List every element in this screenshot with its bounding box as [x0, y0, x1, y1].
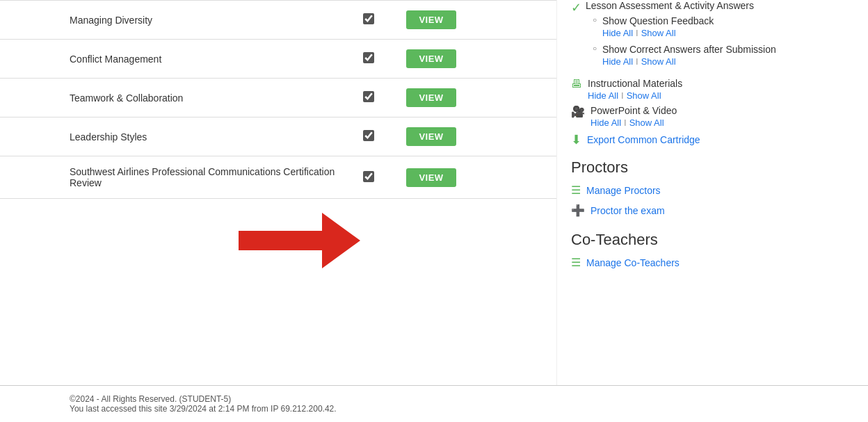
table-row: Leadership StylesVIEW [0, 117, 556, 156]
lesson-checkbox-cell [348, 1, 389, 40]
lesson-checkbox-input[interactable] [363, 91, 374, 102]
lesson-checkbox-cell [348, 79, 389, 117]
arrow-head [322, 213, 360, 268]
table-row: Conflict ManagementVIEW [0, 40, 556, 79]
proctor-exam-link[interactable]: Proctor the exam [590, 205, 665, 216]
lesson-checkbox-cell [348, 117, 389, 156]
footer: ©2024 - All Rights Reserved. (STUDENT-5)… [0, 385, 868, 422]
lesson-assessment-sublist: Show Question Feedback Hide All I Show A… [586, 15, 854, 67]
lesson-checkbox-input[interactable] [363, 171, 374, 182]
lesson-action-cell: VIEW [389, 156, 473, 199]
show-correct-answers-label: Show Correct Answers after Submission [602, 44, 854, 55]
hide-all-answers-link[interactable]: Hide All [602, 56, 633, 67]
sidebar: ✓ Lesson Assessment & Activity Answers S… [556, 0, 868, 422]
lesson-name: Leadership Styles [0, 117, 348, 156]
view-button[interactable]: VIEW [406, 10, 456, 29]
show-question-feedback-label: Show Question Feedback [602, 15, 854, 26]
show-correct-answers-item: Show Correct Answers after Submission Hi… [593, 44, 854, 67]
lesson-assessment-section: ✓ Lesson Assessment & Activity Answers S… [571, 0, 854, 72]
lesson-name: Conflict Management [0, 40, 348, 79]
lesson-checkbox-input[interactable] [363, 13, 374, 24]
sep1: I [636, 28, 638, 38]
hide-all-video-link[interactable]: Hide All [590, 117, 621, 128]
show-all-feedback-link[interactable]: Show All [641, 28, 676, 38]
spacer-cell [473, 117, 556, 156]
arrow-area [0, 199, 556, 282]
coteachers-heading: Co-Teachers [571, 231, 854, 249]
spacer-cell [473, 79, 556, 117]
arrow-body [239, 231, 322, 250]
sep4: I [624, 117, 627, 128]
lesson-action-cell: VIEW [389, 40, 473, 79]
instructional-materials-section: 🖶 Instructional Materials Hide All I Sho… [571, 78, 854, 101]
powerpoint-video-section: 🎥 PowerPoint & Video Hide All I Show All [571, 105, 854, 128]
manage-coteachers-item: ☰ Manage Co-Teachers [571, 256, 854, 269]
proctors-section: Proctors ☰ Manage Proctors ➕ Proctor the… [571, 159, 854, 217]
list-icon-proctors: ☰ [571, 184, 581, 197]
lesson-checkbox-cell [348, 156, 389, 199]
sep3: I [621, 90, 624, 101]
manage-coteachers-link[interactable]: Manage Co-Teachers [586, 257, 680, 268]
sep2: I [636, 56, 638, 67]
lesson-table: Managing DiversityVIEWConflict Managemen… [0, 0, 556, 199]
table-row: Managing DiversityVIEW [0, 1, 556, 40]
lesson-checkbox-cell [348, 40, 389, 79]
proctors-heading: Proctors [571, 159, 854, 177]
view-button[interactable]: VIEW [406, 127, 456, 146]
lesson-name: Teamwork & Collaboration [0, 79, 348, 117]
lesson-checkbox-input[interactable] [363, 130, 374, 141]
show-all-answers-link[interactable]: Show All [641, 56, 676, 67]
spacer-cell [473, 1, 556, 40]
powerpoint-video-label: PowerPoint & Video [590, 105, 854, 116]
lesson-checkbox-input[interactable] [363, 52, 374, 63]
spacer-cell [473, 156, 556, 199]
export-link[interactable]: Export Common Cartridge [587, 134, 700, 145]
proctor-exam-item: ➕ Proctor the exam [571, 204, 854, 217]
lesson-assessment-label: Lesson Assessment & Activity Answers [586, 0, 854, 11]
lesson-action-cell: VIEW [389, 79, 473, 117]
view-button[interactable]: VIEW [406, 88, 456, 107]
table-row: Southwest Airlines Professional Communic… [0, 156, 556, 199]
lesson-action-cell: VIEW [389, 117, 473, 156]
red-arrow [239, 213, 360, 268]
export-section: ⬇ Export Common Cartridge [571, 132, 854, 147]
check-icon: ✓ [571, 0, 581, 15]
copyright-text: ©2024 - All Rights Reserved. (STUDENT-5) [70, 394, 798, 404]
spacer-cell [473, 40, 556, 79]
list-icon-coteachers: ☰ [571, 256, 581, 269]
download-icon: ⬇ [571, 132, 581, 147]
manage-proctors-link[interactable]: Manage Proctors [586, 185, 661, 196]
view-button[interactable]: VIEW [406, 49, 456, 68]
lesson-action-cell: VIEW [389, 1, 473, 40]
show-all-materials-link[interactable]: Show All [627, 90, 661, 101]
last-accessed-text: You last accessed this site 3/29/2024 at… [70, 404, 798, 414]
print-icon: 🖶 [571, 78, 582, 90]
view-button[interactable]: VIEW [406, 168, 456, 187]
instructional-materials-label: Instructional Materials [588, 78, 854, 89]
hide-all-materials-link[interactable]: Hide All [588, 90, 618, 101]
show-all-video-link[interactable]: Show All [629, 117, 664, 128]
table-row: Teamwork & CollaborationVIEW [0, 79, 556, 117]
video-icon: 🎥 [571, 105, 585, 118]
lesson-name: Southwest Airlines Professional Communic… [0, 156, 348, 199]
coteachers-section: Co-Teachers ☰ Manage Co-Teachers [571, 231, 854, 269]
lesson-name: Managing Diversity [0, 1, 348, 40]
plus-icon-exam: ➕ [571, 204, 585, 217]
manage-proctors-item: ☰ Manage Proctors [571, 184, 854, 197]
hide-all-feedback-link[interactable]: Hide All [602, 28, 633, 38]
show-question-feedback-item: Show Question Feedback Hide All I Show A… [593, 15, 854, 38]
